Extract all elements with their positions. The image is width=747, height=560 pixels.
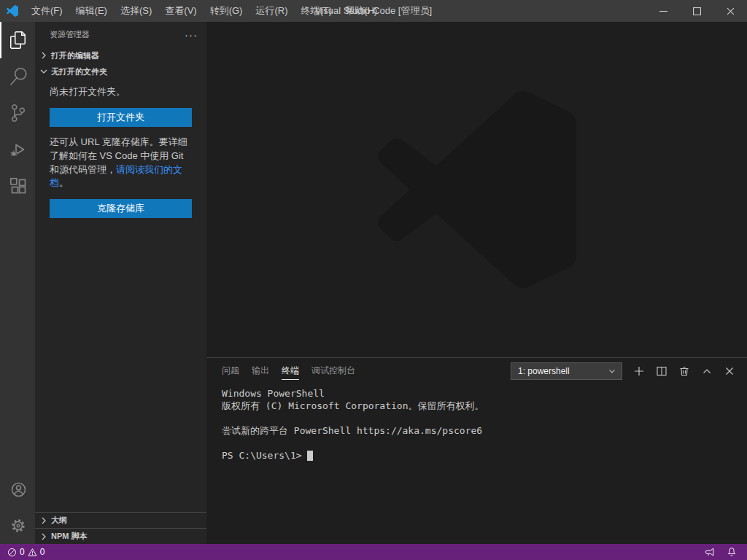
chevron-right-icon: [38, 515, 50, 526]
menu-edit[interactable]: 编辑(E): [69, 0, 114, 22]
close-icon: [724, 365, 735, 377]
maximize-button[interactable]: [680, 0, 713, 22]
maximize-panel-button[interactable]: [701, 365, 713, 377]
chevron-right-icon: [38, 531, 50, 542]
vscode-window: 文件(F) 编辑(E) 选择(S) 查看(V) 转到(G) 运行(R) 终端(T…: [0, 0, 747, 560]
clone-repository-button[interactable]: 克隆存储库: [50, 199, 192, 218]
close-icon: [727, 7, 735, 15]
tab-debug-console[interactable]: 调试控制台: [311, 362, 355, 380]
vscode-watermark-logo: [378, 90, 576, 289]
title-bar: 文件(F) 编辑(E) 选择(S) 查看(V) 转到(G) 运行(R) 终端(T…: [0, 0, 747, 22]
clone-text-after: 。: [59, 177, 69, 188]
chevron-up-icon: [701, 365, 713, 377]
editor-group: 问题 输出 终端 调试控制台 1: powershell: [206, 22, 747, 544]
trash-icon: [678, 365, 690, 377]
notifications-button[interactable]: [727, 547, 737, 557]
chevron-right-icon: [38, 50, 50, 61]
search-icon: [9, 68, 27, 85]
source-control-icon: [9, 104, 27, 122]
terminal-instance-label: 1: powershell: [518, 366, 570, 376]
close-panel-button[interactable]: [724, 365, 735, 377]
error-count: 0: [20, 547, 25, 557]
open-editors-section[interactable]: 打开的编辑器: [35, 47, 206, 63]
sidebar-header: 资源管理器 ···: [35, 22, 206, 47]
split-terminal-button[interactable]: [656, 365, 667, 377]
terminal-line: [222, 412, 747, 424]
activity-search[interactable]: [0, 58, 35, 95]
editor-area[interactable]: [206, 22, 747, 357]
open-editors-label: 打开的编辑器: [51, 50, 99, 61]
open-folder-button[interactable]: 打开文件夹: [50, 108, 192, 127]
status-bar-left: 0 0: [7, 547, 44, 557]
activity-extensions[interactable]: [0, 168, 35, 204]
kill-terminal-button[interactable]: [678, 365, 690, 377]
minimize-button[interactable]: [646, 0, 680, 22]
minimize-icon: [659, 7, 667, 15]
panel-header: 问题 输出 终端 调试控制台 1: powershell: [206, 358, 747, 384]
clone-description: 还可从 URL 克隆存储库。要详细了解如何在 VS Code 中使用 Git 和…: [50, 136, 192, 190]
status-bar: 0 0: [0, 544, 747, 560]
panel-tabs: 问题 输出 终端 调试控制台: [222, 362, 355, 380]
no-folder-label: 无打开的文件夹: [51, 66, 107, 77]
panel-actions: 1: powershell: [511, 362, 735, 380]
activity-explorer[interactable]: [0, 22, 35, 58]
menu-run[interactable]: 运行(R): [249, 0, 294, 22]
extensions-icon: [9, 177, 27, 195]
terminal-line: Windows PowerShell: [222, 387, 747, 400]
chevron-down-icon: [607, 366, 617, 376]
terminal-cursor: [307, 451, 313, 461]
settings-button[interactable]: [0, 508, 35, 544]
menu-goto[interactable]: 转到(G): [204, 0, 249, 22]
terminal-line: 版权所有 (C) Microsoft Corporation。保留所有权利。: [222, 400, 747, 412]
terminal-line: 尝试新的跨平台 PowerShell https://aka.ms/pscore…: [222, 424, 747, 437]
gear-icon: [10, 518, 26, 534]
warning-count: 0: [40, 547, 45, 557]
window-controls: [646, 0, 747, 22]
activity-bar-bottom: [0, 471, 35, 544]
tab-terminal[interactable]: 终端: [282, 362, 299, 380]
menu-view[interactable]: 查看(V): [158, 0, 203, 22]
no-folder-message: 尚未打开文件夹。: [50, 85, 192, 99]
account-button[interactable]: [0, 471, 35, 508]
menu-selection[interactable]: 选择(S): [114, 0, 158, 22]
activity-run-debug[interactable]: [0, 131, 35, 168]
npm-scripts-section[interactable]: NPM 脚本: [35, 528, 206, 544]
terminal-instance-select[interactable]: 1: powershell: [511, 362, 622, 380]
feedback-icon: [705, 547, 715, 557]
account-icon: [10, 481, 27, 498]
files-icon: [9, 31, 27, 49]
plus-icon: [633, 365, 645, 377]
new-terminal-button[interactable]: [633, 365, 645, 377]
workbench: 资源管理器 ··· 打开的编辑器 无打开的文件夹 尚未打开文件夹。 打开文件夹 …: [0, 22, 747, 544]
no-folder-content: 尚未打开文件夹。 打开文件夹 还可从 URL 克隆存储库。要详细了解如何在 VS…: [35, 79, 206, 219]
activity-bar: [0, 22, 35, 544]
menu-file[interactable]: 文件(F): [25, 0, 69, 22]
terminal-output[interactable]: Windows PowerShell 版权所有 (C) Microsoft Co…: [206, 384, 747, 544]
npm-scripts-label: NPM 脚本: [51, 531, 88, 542]
menu-help[interactable]: 帮助(H): [338, 0, 384, 22]
close-button[interactable]: [713, 0, 747, 22]
explorer-sidebar: 资源管理器 ··· 打开的编辑器 无打开的文件夹 尚未打开文件夹。 打开文件夹 …: [35, 22, 206, 544]
tab-output[interactable]: 输出: [252, 362, 269, 380]
error-icon: [7, 548, 17, 557]
activity-source-control[interactable]: [0, 95, 35, 131]
menu-terminal[interactable]: 终端(T): [294, 0, 338, 22]
feedback-button[interactable]: [705, 547, 715, 557]
maximize-icon: [693, 7, 701, 15]
no-folder-section[interactable]: 无打开的文件夹: [35, 63, 206, 79]
terminal-prompt: PS C:\Users\1>: [222, 450, 307, 461]
status-bar-right: [705, 547, 740, 557]
tab-problems[interactable]: 问题: [222, 362, 239, 380]
warning-icon: [28, 548, 37, 557]
outline-section[interactable]: 大纲: [35, 512, 206, 528]
split-editor-icon: [656, 365, 667, 377]
outline-label: 大纲: [51, 515, 67, 526]
problems-status[interactable]: 0 0: [7, 547, 44, 557]
menu-bar: 文件(F) 编辑(E) 选择(S) 查看(V) 转到(G) 运行(R) 终端(T…: [25, 0, 384, 22]
run-debug-icon: [9, 141, 27, 158]
vscode-logo-icon: [0, 5, 25, 17]
more-actions-icon[interactable]: ···: [185, 31, 198, 39]
sidebar-title: 资源管理器: [50, 29, 90, 40]
sidebar-bottom-sections: 大纲 NPM 脚本: [35, 512, 206, 544]
bell-icon: [727, 547, 737, 557]
